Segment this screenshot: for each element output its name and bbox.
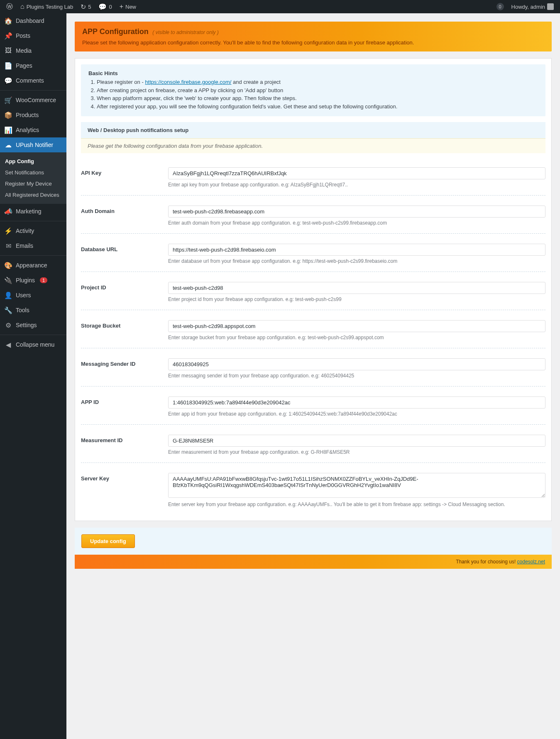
menu-item-analytics[interactable]: 📊Analytics	[0, 122, 66, 137]
main-content: APP Configuration ( visible to administr…	[66, 13, 560, 739]
menu-icon: 📌	[4, 32, 12, 40]
submenu-item-app-config[interactable]: App Config	[0, 156, 66, 167]
firebase-console-link[interactable]: https://console.firebase.google.com/	[145, 79, 231, 85]
hint-3: When app platform appear, click the 'web…	[97, 94, 538, 103]
form-row: API KeyEnter api key from your firebase …	[81, 157, 545, 196]
howdy-label: Howdy, admin	[511, 4, 545, 10]
menu-item-collapse-menu[interactable]: ◀Collapse menu	[0, 337, 66, 352]
hints-box: Basic Hints Please register on - https:/…	[81, 64, 545, 116]
comment-icon: 💬	[98, 3, 107, 11]
field-help: Enter messaging sender id from your fire…	[168, 373, 545, 379]
admin-menu: 🏠Dashboard📌Posts🖼Media📄Pages💬Comments🛒Wo…	[0, 13, 66, 739]
section-note: Please get the following configuration d…	[81, 138, 545, 153]
field-help: Enter server key from your firebase app …	[168, 502, 545, 507]
menu-item-upush-notifier[interactable]: ☁UPush Notifier	[0, 137, 66, 152]
menu-item-activity[interactable]: ⚡Activity	[0, 223, 66, 238]
wordpress-icon: ⓦ	[6, 2, 13, 11]
server-key-input[interactable]: AAAAayUMFsU:APA91bFwxwB8GfqsjuTvc-1wt917…	[168, 473, 545, 498]
menu-label: Analytics	[16, 127, 39, 133]
form-row: Measurement IDEnter measurement id from …	[81, 425, 545, 463]
project-id-input[interactable]	[168, 282, 545, 294]
measurement-id-input[interactable]	[168, 435, 545, 447]
home-icon: ⌂	[20, 3, 24, 10]
field-help: Enter project id from your firebase app …	[168, 296, 545, 302]
site-name[interactable]: ⌂Plugins Testing Lab	[17, 0, 76, 13]
submenu-item-register-my-device[interactable]: Register My Device	[0, 178, 66, 189]
api-key-input[interactable]	[168, 167, 545, 179]
menu-label: Users	[16, 292, 31, 299]
wp-logo[interactable]: ⓦ	[3, 0, 16, 13]
field-help: Enter database url from your firebase ap…	[168, 258, 545, 264]
site-name-label: Plugins Testing Lab	[27, 4, 73, 10]
menu-item-plugins[interactable]: 🔌Plugins1	[0, 273, 66, 288]
menu-label: Activity	[16, 228, 34, 234]
menu-label: Plugins	[16, 277, 35, 284]
hint-4: After registered your app, you will see …	[97, 103, 538, 111]
menu-label: Pages	[16, 62, 32, 69]
submit-bar: Update config	[75, 528, 552, 555]
menu-icon: ◀	[4, 340, 12, 349]
admin-bar: ⓦ ⌂Plugins Testing Lab ↻5 💬0 +New 0 Howd…	[0, 0, 560, 13]
menu-item-marketing[interactable]: 📣Marketing	[0, 204, 66, 219]
field-label: Server Key	[81, 473, 168, 507]
form-row: Storage BucketEnter storage bucket from …	[81, 310, 545, 348]
auth-domain-input[interactable]	[168, 206, 545, 218]
menu-item-dashboard[interactable]: 🏠Dashboard	[0, 13, 66, 28]
menu-item-emails[interactable]: ✉Emails	[0, 238, 66, 253]
field-label: Database URL	[81, 244, 168, 264]
new-label: New	[125, 4, 136, 10]
menu-item-products[interactable]: 📦Products	[0, 108, 66, 122]
menu-label: Media	[16, 47, 32, 54]
field-help: Enter storage bucket from your firebase …	[168, 335, 545, 340]
menu-item-woocommerce[interactable]: 🛒WooCommerce	[0, 93, 66, 108]
menu-item-comments[interactable]: 💬Comments	[0, 73, 66, 88]
menu-item-users[interactable]: 👤Users	[0, 288, 66, 303]
comments-count: 0	[109, 4, 112, 10]
field-label: Project ID	[81, 282, 168, 302]
database-url-input[interactable]	[168, 244, 545, 256]
updates-count: 5	[88, 4, 91, 10]
comments[interactable]: 💬0	[95, 0, 115, 13]
menu-label: Dashboard	[16, 17, 44, 24]
refresh-icon: ↻	[81, 3, 86, 11]
field-label: Measurement ID	[81, 435, 168, 455]
menu-item-appearance[interactable]: 🎨Appearance	[0, 258, 66, 273]
avatar	[547, 3, 554, 10]
form-row: Auth DomainEnter auth domain from your f…	[81, 196, 545, 234]
app-id-input[interactable]	[168, 396, 545, 409]
menu-label: UPush Notifier	[16, 142, 53, 148]
field-label: Messaging Sender ID	[81, 358, 168, 379]
menu-icon: 📊	[4, 126, 12, 134]
field-help: Enter api key from your firebase app con…	[168, 182, 545, 188]
my-account[interactable]: Howdy, admin	[509, 0, 557, 13]
menu-item-pages[interactable]: 📄Pages	[0, 58, 66, 73]
submenu-item-all-registered-devices[interactable]: All Registered Devices	[0, 189, 66, 201]
menu-icon: 📄	[4, 61, 12, 70]
field-help: Enter measurement id from your firebase …	[168, 449, 545, 455]
menu-item-posts[interactable]: 📌Posts	[0, 28, 66, 43]
field-label: APP ID	[81, 396, 168, 417]
menu-label: Posts	[16, 32, 30, 39]
form-row: Project IDEnter project id from your fir…	[81, 272, 545, 310]
bell-badge: 0	[496, 3, 504, 10]
messaging-sender-id-input[interactable]	[168, 358, 545, 370]
menu-label: Collapse menu	[16, 341, 54, 348]
update-config-button[interactable]: Update config	[81, 534, 135, 548]
updates[interactable]: ↻5	[78, 0, 94, 13]
menu-icon: 🖼	[4, 46, 12, 55]
notifications[interactable]: 0	[494, 0, 507, 13]
menu-icon: ⚡	[4, 227, 12, 235]
menu-item-settings[interactable]: ⚙Settings	[0, 318, 66, 333]
new-content[interactable]: +New	[117, 0, 139, 13]
menu-item-media[interactable]: 🖼Media	[0, 43, 66, 58]
menu-icon: 🔌	[4, 276, 12, 284]
submenu-item-set-notifications[interactable]: Set Notifications	[0, 167, 66, 178]
plus-icon: +	[120, 3, 123, 10]
menu-item-tools[interactable]: 🔧Tools	[0, 303, 66, 318]
page-title: APP Configuration	[82, 27, 149, 36]
menu-label: Marketing	[16, 208, 41, 215]
codesolz-link[interactable]: codesolz.net	[517, 559, 545, 565]
field-label: Storage Bucket	[81, 320, 168, 340]
storage-bucket-input[interactable]	[168, 320, 545, 332]
menu-label: Tools	[16, 307, 29, 313]
